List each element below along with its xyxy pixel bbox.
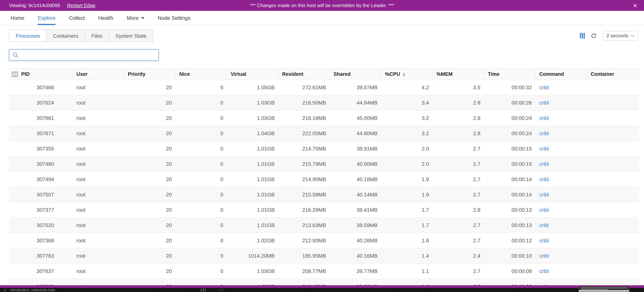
- refresh-interval-select[interactable]: 2 seconds: [603, 31, 638, 41]
- cell-command-link[interactable]: cribl: [536, 95, 587, 110]
- cell-nice: 0: [176, 279, 227, 285]
- column-header-priority[interactable]: Priority: [124, 69, 176, 80]
- cell-cpu: 3.2: [381, 126, 433, 141]
- nav-explore[interactable]: Explore: [38, 11, 56, 25]
- nav-more-label: More: [127, 15, 139, 21]
- search-input[interactable]: [9, 49, 159, 61]
- cell-priority: 20: [124, 110, 176, 125]
- column-header-shared[interactable]: Shared: [330, 69, 381, 80]
- cell-command-link[interactable]: cribl: [536, 172, 587, 187]
- table-row[interactable]: 307480 root 20 0 1.01GB 215.79MB 40.00MB…: [9, 157, 639, 172]
- cell-mem: 2.8: [433, 126, 484, 141]
- nav-home[interactable]: Home: [10, 11, 24, 25]
- cell-command-link[interactable]: cribl: [536, 110, 587, 125]
- cell-virtual: 1.01GB: [227, 202, 278, 217]
- nav-node-settings[interactable]: Node Settings: [158, 11, 190, 25]
- cell-resident: 272.61MB: [278, 80, 330, 95]
- cell-nice: 0: [176, 141, 227, 156]
- column-header-resident[interactable]: Resident: [278, 69, 330, 80]
- column-header-container[interactable]: Container: [587, 69, 639, 80]
- table-row[interactable]: 307661 root 20 0 1.03GB 218.18MB 45.00MB…: [9, 110, 639, 126]
- refresh-button[interactable]: [591, 33, 597, 39]
- column-header-command[interactable]: Command: [536, 69, 587, 80]
- cell-command-link[interactable]: cribl: [536, 264, 587, 278]
- cell-user: root: [73, 110, 124, 125]
- column-header-mem[interactable]: %MEM: [433, 69, 484, 80]
- restart-edge-link[interactable]: Restart Edge: [67, 3, 96, 8]
- tab-containers[interactable]: Containers: [46, 30, 85, 42]
- cell-command-link[interactable]: cribl: [536, 126, 587, 141]
- cell-virtual: 1.04GB: [227, 126, 278, 141]
- table-row[interactable]: 307355 root 20 0 1.01GB 214.75MB 39.91MB…: [9, 141, 639, 157]
- cell-cpu: 1.7: [381, 218, 433, 233]
- cell-mem: 2.7: [433, 233, 484, 248]
- nav-more[interactable]: More: [127, 11, 144, 25]
- column-header-cpu[interactable]: %CPU: [381, 69, 433, 80]
- table-row[interactable]: 307368 root 20 0 1.02GB 212.93MB 40.26MB…: [9, 233, 639, 248]
- cell-container: [587, 248, 639, 263]
- cell-shared: 40.16MB: [330, 172, 381, 187]
- cell-command-link[interactable]: cribl: [536, 187, 587, 202]
- drag-dots-icon: ∷∷: [218, 288, 224, 292]
- cell-virtual: 1.01GB: [227, 141, 278, 156]
- overlay-popup[interactable]: [578, 286, 630, 292]
- tab-files[interactable]: Files: [84, 30, 109, 42]
- cell-command-link[interactable]: cribl: [536, 248, 587, 263]
- table-row[interactable]: 307763 root 20 0 1014.20MB 185.95MB 40.1…: [9, 248, 639, 264]
- cell-virtual: 1.01GB: [227, 187, 278, 202]
- cell-time: 00:00:14: [484, 187, 536, 202]
- cell-virtual: 1.01GB: [227, 218, 278, 233]
- column-header-nice[interactable]: Nice: [176, 69, 227, 80]
- column-header-time[interactable]: Time: [484, 69, 536, 80]
- nav-collect[interactable]: Collect: [69, 11, 85, 25]
- cell-time: 00:00:13: [484, 218, 536, 233]
- column-header-user[interactable]: User: [73, 69, 124, 80]
- table-row[interactable]: 307520 root 20 0 1.01GB 213.63MB 39.59MB…: [9, 218, 639, 233]
- columns-icon[interactable]: [12, 72, 18, 77]
- cell-pid: 307466: [9, 80, 73, 95]
- table-row[interactable]: 307671 root 20 0 1.04GB 222.05MB 44.80MB…: [9, 126, 639, 141]
- cell-mem: 2.7: [433, 187, 484, 202]
- cell-nice: 0: [176, 172, 227, 187]
- screen: Viewing: 9c1414c0d095 Restart Edge *** C…: [0, 0, 644, 292]
- cell-pid: 307368: [9, 233, 73, 248]
- cell-command-link[interactable]: cribl: [536, 279, 587, 285]
- table-row[interactable]: 307507 root 20 0 1.01GB 215.58MB 40.14MB…: [9, 187, 639, 202]
- cell-pid: 307637: [9, 264, 73, 278]
- table-row[interactable]: 307377 root 20 0 1.01GB 216.28MB 39.41MB…: [9, 202, 639, 218]
- table-row[interactable]: 307532 root 20 0 1.02GB 210.43MB 39.88MB…: [9, 279, 639, 285]
- table-row[interactable]: 307494 root 20 0 1.01GB 214.90MB 40.16MB…: [9, 172, 639, 187]
- cell-command-link[interactable]: cribl: [536, 141, 587, 156]
- cell-pid: 307624: [9, 95, 73, 110]
- pause-button[interactable]: [580, 33, 585, 39]
- editor-filename-tab[interactable]: introduction_reference.mdx: [10, 288, 55, 292]
- cell-command-link[interactable]: cribl: [536, 202, 587, 217]
- cell-priority: 20: [124, 187, 176, 202]
- cell-nice: 0: [176, 202, 227, 217]
- close-icon[interactable]: ✕: [633, 3, 637, 8]
- cell-command-link[interactable]: cribl: [536, 218, 587, 233]
- explore-tabs: Processes Containers Files System State: [9, 30, 153, 42]
- column-header-pid[interactable]: PID: [9, 69, 73, 80]
- cell-command-link[interactable]: cribl: [536, 157, 587, 171]
- cell-mem: 2.7: [433, 157, 484, 171]
- tab-processes[interactable]: Processes: [9, 30, 47, 42]
- table-row[interactable]: 307624 root 20 0 1.03GB 216.50MB 44.84MB…: [9, 95, 639, 110]
- cell-cpu: 1.0: [381, 279, 433, 285]
- cell-user: root: [73, 233, 124, 248]
- cell-command-link[interactable]: cribl: [536, 233, 587, 248]
- cell-command-link[interactable]: cribl: [536, 80, 587, 95]
- nav-health[interactable]: Health: [98, 11, 113, 25]
- cell-mem: 2.7: [433, 172, 484, 187]
- main-nav: Home Explore Collect Health More Node Se…: [0, 11, 644, 25]
- table-row[interactable]: 307637 root 20 0 1.03GB 208.77MB 39.77MB…: [9, 264, 639, 279]
- table-row[interactable]: 307466 root 20 0 1.05GB 272.61MB 39.57MB…: [9, 80, 639, 95]
- cell-container: [587, 279, 639, 285]
- viewing-label: Viewing: 9c1414c0d095: [9, 3, 60, 8]
- column-header-virtual[interactable]: Virtual: [227, 69, 278, 80]
- tab-system-state[interactable]: System State: [109, 30, 153, 42]
- cell-priority: 20: [124, 233, 176, 248]
- table-body: 307466 root 20 0 1.05GB 272.61MB 39.57MB…: [9, 80, 639, 285]
- cell-container: [587, 157, 639, 171]
- cell-shared: 45.00MB: [330, 110, 381, 125]
